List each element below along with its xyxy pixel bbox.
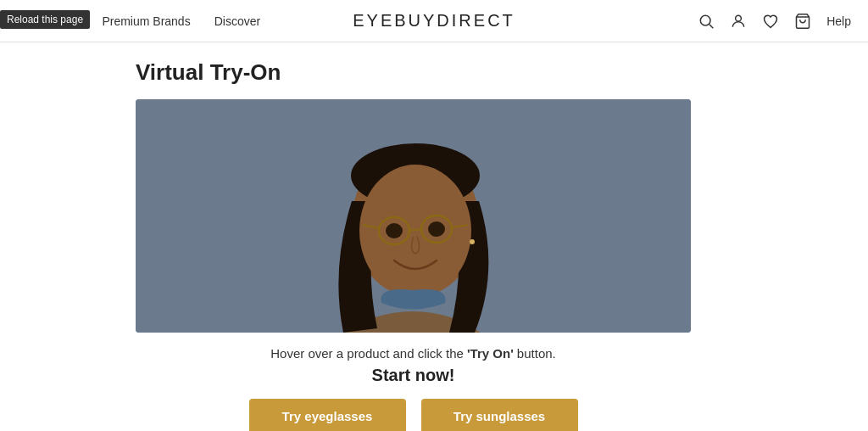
instruction-bold: 'Try On'	[467, 346, 514, 361]
main-content: Virtual Try-On	[0, 42, 868, 431]
instruction-text: Hover over a product and click the 'Try …	[136, 346, 691, 361]
person-image	[136, 99, 691, 333]
action-buttons: Try eyeglasses Try sunglasses	[136, 399, 691, 431]
svg-line-1	[709, 24, 714, 28]
nav-premium-brands[interactable]: Premium Brands	[102, 14, 190, 28]
try-on-image	[136, 99, 691, 333]
cart-icon	[794, 13, 811, 30]
account-button[interactable]	[730, 13, 747, 30]
help-link[interactable]: Help	[826, 14, 851, 28]
svg-point-0	[701, 15, 711, 25]
try-sunglasses-button[interactable]: Try sunglasses	[421, 399, 578, 431]
cart-button[interactable]	[794, 13, 811, 30]
nav-discover[interactable]: Discover	[214, 14, 260, 28]
user-icon	[730, 13, 747, 30]
heart-icon	[762, 13, 779, 30]
instruction-prefix: Hover over a product and click the	[270, 346, 467, 361]
reload-tooltip[interactable]: Reload this page	[0, 10, 90, 29]
header-actions: Help	[698, 13, 851, 30]
svg-point-10	[386, 223, 403, 238]
search-button[interactable]	[698, 13, 715, 30]
svg-point-17	[470, 239, 475, 244]
svg-point-2	[736, 15, 742, 21]
site-logo[interactable]: EYEBUYDIRECT	[353, 11, 515, 31]
svg-point-11	[428, 221, 445, 237]
page-title: Virtual Try-On	[136, 59, 281, 86]
try-eyeglasses-button[interactable]: Try eyeglasses	[249, 399, 406, 431]
search-icon	[698, 13, 715, 30]
header: Reload this page Sunglasses Premium Bran…	[0, 0, 868, 42]
wishlist-button[interactable]	[762, 13, 779, 30]
instruction-suffix: button.	[514, 346, 556, 361]
start-now-text: Start now!	[136, 366, 691, 385]
